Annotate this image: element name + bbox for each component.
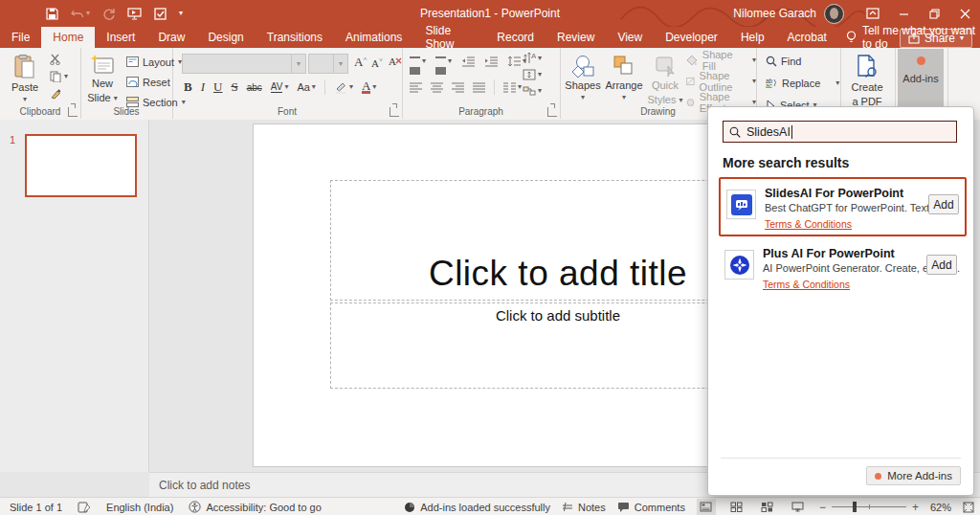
- slide-indicator[interactable]: Slide 1 of 1: [10, 502, 62, 513]
- bold-button[interactable]: B: [184, 79, 192, 95]
- tab-acrobat[interactable]: Acrobat: [776, 27, 838, 48]
- shrink-font-button[interactable]: A˅: [371, 56, 383, 69]
- character-spacing-button[interactable]: AV▾: [271, 81, 289, 93]
- addin-result-plusai[interactable]: Plus AI For PowerPoint AI PowerPoint Gen…: [719, 239, 963, 295]
- zoom-level[interactable]: 62%: [930, 502, 951, 513]
- cut-icon[interactable]: [50, 54, 68, 65]
- tab-design[interactable]: Design: [196, 27, 255, 48]
- chevron-down-icon: ▾: [114, 95, 118, 102]
- reading-view-button[interactable]: [758, 499, 777, 515]
- tab-draw[interactable]: Draw: [146, 27, 196, 48]
- tab-developer[interactable]: Developer: [654, 27, 729, 48]
- find-button[interactable]: Find: [766, 53, 839, 69]
- change-case-button[interactable]: Aa▾: [297, 81, 315, 93]
- tab-review[interactable]: Review: [546, 27, 606, 48]
- shapes-button[interactable]: Shapes ▾: [564, 50, 602, 101]
- replace-button[interactable]: abac Replace ▾: [766, 75, 839, 91]
- addin-result-slidesai[interactable]: SlidesAI For PowerPoint Best ChatGPT for…: [719, 177, 967, 236]
- slideshow-view-button[interactable]: [789, 499, 808, 515]
- share-button[interactable]: Share ▾: [900, 29, 972, 48]
- italic-button[interactable]: I: [201, 79, 205, 95]
- accessibility-indicator[interactable]: Accessibility: Good to go: [189, 501, 321, 513]
- create-pdf-button[interactable]: Create a PDF: [844, 50, 890, 108]
- decrease-indent-icon[interactable]: [461, 56, 475, 67]
- chevron-down-icon: ▾: [538, 55, 542, 62]
- shadow-button[interactable]: S: [231, 79, 237, 95]
- addins-status[interactable]: Add-ins loaded successfully: [404, 502, 550, 513]
- language-indicator[interactable]: English (India): [106, 502, 173, 513]
- avatar[interactable]: [824, 4, 844, 24]
- zoom-out-icon[interactable]: −: [819, 501, 826, 514]
- save-icon[interactable]: [46, 8, 58, 20]
- paragraph-dialog-launcher[interactable]: [547, 107, 557, 117]
- underline-button[interactable]: U: [213, 79, 222, 95]
- user-name[interactable]: Nilomee Garach: [733, 7, 816, 20]
- notes-toggle[interactable]: Notes: [562, 502, 606, 513]
- tab-file[interactable]: File: [0, 27, 41, 48]
- font-color-button[interactable]: A ▾: [362, 80, 376, 94]
- group-font: ▾ ▾ A˄ A˅ A B I U S abc AV▾ Aa▾: [172, 48, 403, 119]
- start-slideshow-icon[interactable]: [127, 8, 142, 20]
- font-size-combo[interactable]: ▾: [308, 54, 348, 74]
- zoom-in-icon[interactable]: +: [912, 501, 919, 514]
- align-right-icon[interactable]: [452, 82, 464, 93]
- columns-button[interactable]: ▾: [503, 82, 522, 93]
- tab-animations[interactable]: Animations: [334, 27, 413, 48]
- add-button-plusai[interactable]: Add: [926, 255, 957, 275]
- align-center-icon[interactable]: [431, 82, 443, 93]
- arrange-button[interactable]: Arrange ▾: [604, 50, 644, 101]
- ribbon-display-options-icon[interactable]: [858, 0, 888, 27]
- zoom-slider[interactable]: [832, 506, 906, 507]
- bullets-button[interactable]: ▾: [410, 55, 426, 67]
- slide-thumbnail[interactable]: [25, 134, 137, 197]
- addins-icon: [917, 56, 925, 65]
- normal-view-button[interactable]: [697, 499, 716, 515]
- customize-qat-icon[interactable]: ▾: [179, 10, 183, 17]
- numbering-button[interactable]: ▾: [435, 55, 452, 67]
- chevron-down-icon: ▾: [835, 79, 839, 87]
- slide-sorter-view-button[interactable]: [727, 499, 746, 515]
- text-direction-button[interactable]: A▾: [523, 52, 542, 64]
- close-icon[interactable]: [949, 0, 980, 27]
- copy-icon[interactable]: ▾: [50, 71, 68, 82]
- font-dialog-launcher[interactable]: [390, 107, 399, 117]
- notes-placeholder-text: Click to add notes: [159, 479, 250, 492]
- add-button-slidesai[interactable]: Add: [928, 194, 959, 214]
- zoom-slider-handle[interactable]: [853, 502, 857, 512]
- quick-access-toolbar: ▾ ▾: [46, 0, 183, 27]
- fit-slide-icon[interactable]: [963, 502, 974, 513]
- tab-help[interactable]: Help: [729, 27, 776, 48]
- restore-icon[interactable]: [919, 0, 949, 27]
- tab-slide-show[interactable]: Slide Show: [413, 27, 485, 48]
- more-addins-button[interactable]: More Add-ins: [866, 466, 961, 485]
- tab-home[interactable]: Home: [41, 27, 95, 48]
- new-slide-button[interactable]: New Slide▾: [82, 50, 122, 104]
- highlight-color-button[interactable]: ▾: [334, 81, 353, 94]
- terms-link[interactable]: Terms & Conditions: [763, 278, 850, 292]
- grow-font-button[interactable]: A˄: [354, 55, 367, 70]
- increase-indent-icon[interactable]: [484, 56, 498, 67]
- tab-transitions[interactable]: Transitions: [256, 27, 334, 48]
- addins-search-input[interactable]: SlidesAI: [723, 121, 957, 143]
- results-heading: More search results: [723, 155, 849, 170]
- font-name-combo[interactable]: ▾: [182, 54, 306, 74]
- clipboard-dialog-launcher[interactable]: [68, 107, 78, 117]
- proofing-icon[interactable]: [78, 502, 91, 513]
- tab-record[interactable]: Record: [485, 27, 546, 48]
- clear-formatting-icon[interactable]: A: [389, 56, 402, 68]
- touch-mode-icon[interactable]: [154, 8, 167, 20]
- tab-view[interactable]: View: [606, 27, 654, 48]
- addin-name: SlidesAI For PowerPoint: [765, 187, 920, 201]
- format-painter-icon[interactable]: [50, 88, 68, 100]
- chevron-down-icon: ▾: [349, 83, 353, 91]
- align-left-icon[interactable]: [410, 82, 422, 93]
- comments-toggle[interactable]: Comments: [617, 502, 685, 513]
- terms-link[interactable]: Terms & Conditions: [765, 217, 852, 232]
- align-text-button[interactable]: ▾: [523, 69, 542, 80]
- minimize-icon[interactable]: [888, 0, 919, 27]
- strikethrough-button[interactable]: abc: [247, 82, 262, 93]
- justify-icon[interactable]: [473, 82, 485, 93]
- convert-smartart-button[interactable]: ▾: [523, 85, 542, 97]
- tab-insert[interactable]: Insert: [95, 27, 146, 48]
- paste-button[interactable]: Paste ▾: [8, 50, 42, 103]
